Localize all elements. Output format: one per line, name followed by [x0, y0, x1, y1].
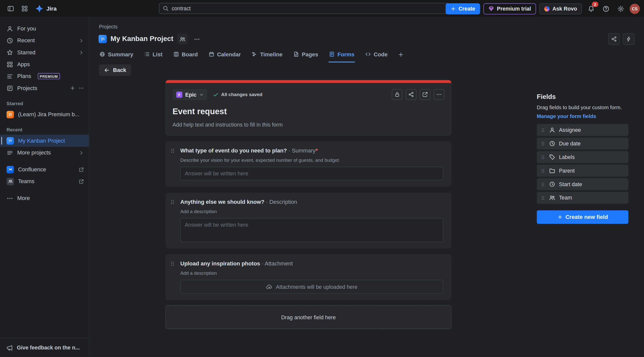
field-item-parent[interactable]: Parent	[537, 165, 628, 177]
fields-panel-title: Fields	[537, 93, 628, 101]
form-open-button[interactable]	[420, 89, 430, 100]
app-switcher-button[interactable]	[19, 3, 30, 14]
person-icon	[549, 127, 555, 133]
question-description[interactable]: Add a description	[180, 271, 443, 276]
automation-button[interactable]	[623, 33, 635, 45]
drag-handle-icon[interactable]	[170, 148, 175, 154]
premium-trial-button[interactable]: Premium trial	[483, 3, 536, 14]
field-label: Team	[559, 195, 572, 201]
jira-home-link[interactable]: Jira	[35, 4, 57, 13]
sidebar-item-recent[interactable]: Recent	[0, 34, 89, 46]
tab-pages[interactable]: Pages	[293, 47, 318, 62]
tab-list[interactable]: List	[144, 47, 163, 62]
sidebar-label: Starred	[17, 49, 75, 55]
create-button[interactable]: Create	[446, 3, 480, 14]
sidebar-project-my-kanban-project[interactable]: My Kanban Project	[0, 135, 89, 146]
manage-form-fields-link[interactable]: Manage your form fields	[537, 113, 628, 119]
gem-icon	[488, 6, 494, 12]
timeline-icon	[252, 51, 257, 57]
form-field-summary[interactable]: What type of event do you need to plan? …	[166, 141, 451, 187]
drag-handle-icon[interactable]	[170, 261, 175, 267]
drag-handle-icon[interactable]	[170, 199, 175, 205]
help-icon	[602, 5, 609, 12]
tab-forms[interactable]: Forms	[329, 47, 355, 62]
form-share-button[interactable]	[406, 89, 416, 100]
code-icon	[365, 51, 371, 57]
form-title[interactable]: Event request	[173, 107, 445, 116]
settings-button[interactable]	[615, 3, 626, 14]
rovo-icon	[544, 6, 549, 11]
sidebar-label: Teams	[18, 178, 75, 184]
people-icon	[549, 195, 555, 201]
issue-type-selector[interactable]: Epic	[173, 89, 208, 100]
tab-label: Calendar	[217, 51, 241, 57]
drag-handle-icon	[541, 128, 546, 133]
help-button[interactable]	[600, 3, 612, 14]
ellipsis-icon	[7, 195, 13, 202]
create-new-field-label: Create new field	[566, 214, 608, 220]
field-item-team[interactable]: Team	[537, 192, 628, 204]
field-item-due-date[interactable]: Due date	[537, 138, 628, 149]
tab-board[interactable]: Board	[173, 47, 198, 62]
topbar-left: Jira	[5, 3, 57, 14]
field-dropzone[interactable]: Drag another field here	[166, 305, 451, 329]
sidebar-app-confluence[interactable]: Confluence	[0, 164, 89, 175]
sidebar-project-learn-jira-premium[interactable]: (Learn) Jira Premium b...	[0, 108, 89, 120]
tab-code[interactable]: Code	[365, 47, 388, 62]
tab-calendar[interactable]: Calendar	[208, 47, 241, 62]
project-more-button[interactable]	[191, 34, 202, 44]
sidebar-app-teams[interactable]: Teams	[0, 175, 89, 187]
create-new-field-button[interactable]: Create new field	[537, 210, 628, 224]
sidebar-item-starred[interactable]: Starred	[0, 46, 89, 58]
tab-label: Pages	[302, 51, 318, 57]
save-status: All changes saved	[213, 92, 388, 97]
sidebar-label: More projects	[17, 149, 75, 155]
grid-icon	[21, 5, 28, 12]
pages-icon	[293, 51, 299, 57]
question-description[interactable]: Add a description	[180, 209, 443, 214]
ask-rovo-button[interactable]: Ask Rovo	[539, 3, 582, 14]
form-subtitle[interactable]: Add help text and instructions to fill i…	[173, 122, 445, 128]
sidebar-label: Confluence	[18, 166, 75, 172]
sidebar-item-apps[interactable]: Apps	[0, 58, 89, 70]
back-button[interactable]: Back	[99, 64, 131, 75]
ask-rovo-label: Ask Rovo	[552, 6, 577, 12]
form-access-button[interactable]	[392, 89, 403, 100]
sidebar-item-more-projects[interactable]: More projects	[0, 147, 89, 158]
clock-icon	[549, 181, 555, 187]
tab-label: List	[153, 51, 163, 57]
field-item-labels[interactable]: Labels	[537, 151, 628, 163]
plus-icon	[557, 214, 562, 220]
feedback-button[interactable]: Give feedback on the n...	[0, 338, 89, 357]
project-avatar	[7, 137, 14, 144]
description-answer-textarea[interactable]	[180, 218, 443, 242]
question-text: What type of event do you need to plan?	[180, 147, 287, 153]
attachment-upload-area[interactable]: Attachments will be uploaded here	[180, 280, 443, 294]
more-options-icon[interactable]	[78, 86, 84, 91]
form-more-button[interactable]	[434, 89, 444, 100]
summary-answer-input[interactable]	[180, 167, 443, 180]
add-tab-button[interactable]	[398, 52, 404, 58]
sidebar-item-plans[interactable]: Plans PREMIUM	[0, 70, 89, 82]
breadcrumb[interactable]: Projects	[99, 24, 117, 30]
sidebar-toggle-button[interactable]	[5, 3, 17, 14]
field-item-start-date[interactable]: Start date	[537, 178, 628, 190]
notifications-button[interactable]: 2	[585, 3, 597, 14]
question-description[interactable]: Describe your vision for your event, exp…	[180, 158, 443, 163]
share-icon	[611, 36, 617, 42]
form-field-attachment[interactable]: Upload any inspiration photos · Attachme…	[166, 254, 451, 300]
sidebar-item-more[interactable]: More	[0, 192, 89, 204]
tab-summary[interactable]: Summary	[99, 47, 134, 62]
search-input[interactable]	[159, 3, 449, 14]
sidebar-item-projects[interactable]: Projects	[0, 82, 89, 94]
question-text: Anything else we should know?	[180, 199, 264, 205]
sidebar-item-for-you[interactable]: For you	[0, 23, 89, 34]
share-button[interactable]	[608, 33, 620, 45]
form-field-description[interactable]: Anything else we should know? · Descript…	[166, 193, 451, 249]
field-item-assignee[interactable]: Assignee	[537, 124, 628, 136]
field-label: Parent	[559, 168, 575, 174]
user-avatar[interactable]: CS	[630, 4, 640, 14]
add-project-icon[interactable]	[70, 86, 75, 91]
tab-timeline[interactable]: Timeline	[251, 47, 283, 62]
collaborators-button[interactable]	[177, 34, 188, 44]
